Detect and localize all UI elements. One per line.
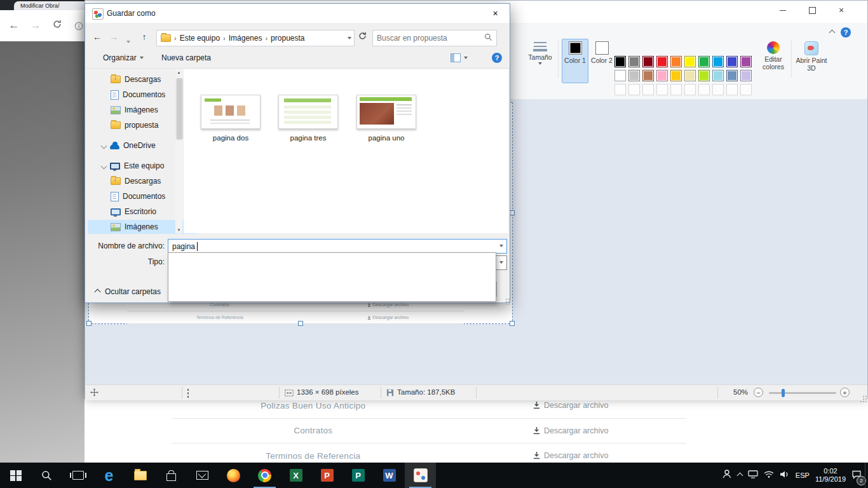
palette-empty-slot[interactable] [726, 84, 738, 95]
file-list[interactable]: pagina dos pagina tres pagina uno [184, 69, 508, 233]
palette-empty-slot[interactable] [628, 84, 640, 95]
palette-color-swatch[interactable] [628, 70, 640, 81]
taskbar-chrome-button[interactable] [249, 463, 280, 488]
volume-icon[interactable] [780, 470, 790, 481]
size-button[interactable]: Tamaño [526, 39, 555, 83]
color2-button[interactable]: Color 2 [588, 39, 615, 83]
palette-color-swatch[interactable] [712, 56, 724, 67]
breadcrumb-item[interactable]: propuesta [271, 34, 304, 43]
download-link[interactable]: Descargar archivo [455, 401, 687, 410]
palette-empty-slot[interactable] [642, 84, 654, 95]
taskbar-edge-button[interactable]: e [93, 463, 125, 488]
resize-handle[interactable] [298, 321, 303, 326]
palette-color-swatch[interactable] [684, 70, 696, 81]
nav-up-icon[interactable]: ↑ [137, 32, 151, 42]
action-center-icon[interactable]: 2 [851, 470, 862, 482]
new-folder-button[interactable]: Nueva carpeta [161, 53, 211, 62]
palette-color-swatch[interactable] [726, 56, 738, 67]
taskbar-paint-button[interactable] [405, 463, 436, 488]
palette-empty-slot[interactable] [684, 84, 696, 95]
expand-icon[interactable] [101, 163, 107, 169]
file-item-pagina-uno[interactable]: pagina uno [351, 95, 421, 142]
palette-empty-slot[interactable] [712, 84, 724, 95]
close-button[interactable]: × [827, 1, 856, 20]
palette-color-swatch[interactable] [656, 56, 668, 67]
palette-color-swatch[interactable] [712, 70, 724, 81]
search-input[interactable]: Buscar en propuesta [372, 30, 497, 46]
palette-empty-slot[interactable] [698, 84, 710, 95]
task-view-button[interactable] [62, 463, 93, 488]
hide-folders-button[interactable]: Ocultar carpetas [95, 287, 161, 296]
dialog-resize-grip[interactable] [506, 299, 507, 300]
palette-color-swatch[interactable] [642, 70, 654, 81]
scroll-up-icon[interactable]: ▴ [175, 69, 182, 76]
hidden-icons-chevron[interactable] [736, 472, 743, 478]
palette-color-swatch[interactable] [614, 70, 626, 81]
file-item-pagina-dos[interactable]: pagina dos [196, 95, 266, 142]
organize-button[interactable]: Organizar [103, 53, 144, 62]
wifi-icon[interactable] [764, 470, 774, 481]
sidebar-item-onedrive[interactable]: OneDrive [88, 139, 188, 152]
network-icon[interactable] [748, 470, 758, 481]
palette-color-swatch[interactable] [628, 56, 640, 67]
breadcrumb-item[interactable]: Este equipo [180, 34, 220, 43]
palette-color-swatch[interactable] [670, 70, 682, 81]
edit-colors-button[interactable]: Editar colores [757, 39, 790, 83]
dialog-close-button[interactable]: × [481, 4, 510, 23]
zoom-in-button[interactable]: + [840, 388, 850, 397]
resize-handle[interactable] [510, 210, 515, 215]
dialog-help-icon[interactable]: ? [492, 53, 502, 63]
browser-back-icon[interactable]: ← [6, 18, 22, 33]
browser-reload-icon[interactable] [50, 18, 65, 33]
taskbar-mail-button[interactable] [187, 463, 218, 488]
language-indicator[interactable]: ESP [796, 471, 810, 479]
scrollbar-thumb[interactable] [177, 78, 182, 138]
taskbar-publisher-button[interactable]: P [342, 463, 374, 488]
window-resize-grip[interactable] [863, 396, 864, 397]
open-paint3d-button[interactable]: Abrir Paint 3D [794, 39, 829, 83]
collapse-ribbon-icon[interactable] [829, 29, 836, 36]
browser-forward-icon[interactable]: → [28, 18, 43, 33]
palette-color-swatch[interactable] [684, 56, 696, 67]
search-icon[interactable] [484, 33, 492, 43]
zoom-slider-thumb[interactable] [782, 389, 785, 397]
expand-icon[interactable] [101, 142, 107, 149]
taskbar-search-button[interactable] [31, 463, 62, 488]
palette-color-swatch[interactable] [740, 56, 752, 67]
palette-empty-slot[interactable] [656, 84, 668, 95]
sidebar-item-este-equipo[interactable]: Este equipo [88, 159, 188, 173]
taskbar-word-button[interactable]: W [374, 463, 405, 488]
palette-empty-slot[interactable] [670, 84, 682, 95]
palette-color-swatch[interactable] [642, 56, 654, 67]
breadcrumb-item[interactable]: Imágenes [229, 34, 262, 43]
minimize-button[interactable] [768, 1, 797, 20]
maximize-button[interactable] [797, 1, 827, 20]
filetype-dropdown-list[interactable] [168, 252, 496, 302]
palette-color-swatch[interactable] [726, 70, 738, 81]
sidebar-scrollbar[interactable]: ▴ ▾ [175, 69, 182, 233]
file-item-pagina-tres[interactable]: pagina tres [273, 95, 343, 142]
palette-color-swatch[interactable] [740, 70, 752, 81]
clock[interactable]: 0:02 11/9/2019 [815, 467, 846, 484]
taskbar-store-button[interactable] [156, 463, 187, 488]
taskbar-powerpoint-button[interactable]: P [311, 463, 342, 488]
taskbar-firefox-button[interactable] [218, 463, 249, 488]
people-icon[interactable] [722, 469, 732, 482]
nav-back-icon[interactable]: ← [90, 32, 104, 42]
views-button[interactable] [451, 53, 468, 62]
start-button[interactable] [0, 463, 31, 488]
filetype-dropdown-icon[interactable] [499, 261, 503, 264]
download-link[interactable]: Descargar archivo [455, 426, 687, 435]
filename-dropdown-icon[interactable] [499, 245, 503, 247]
palette-color-swatch[interactable] [614, 56, 626, 67]
palette-empty-slot[interactable] [614, 84, 626, 95]
resize-handle[interactable] [510, 321, 515, 326]
zoom-out-button[interactable]: − [754, 388, 763, 397]
address-dropdown-icon[interactable] [348, 37, 351, 39]
scroll-down-icon[interactable]: ▾ [175, 227, 182, 233]
breadcrumb[interactable]: › Este equipo › Imágenes › propuesta [156, 30, 355, 46]
resize-handle[interactable] [86, 321, 92, 326]
show-desktop-button[interactable] [865, 463, 868, 488]
download-link[interactable]: Descargar archivo [455, 451, 687, 460]
palette-color-swatch[interactable] [698, 70, 710, 81]
